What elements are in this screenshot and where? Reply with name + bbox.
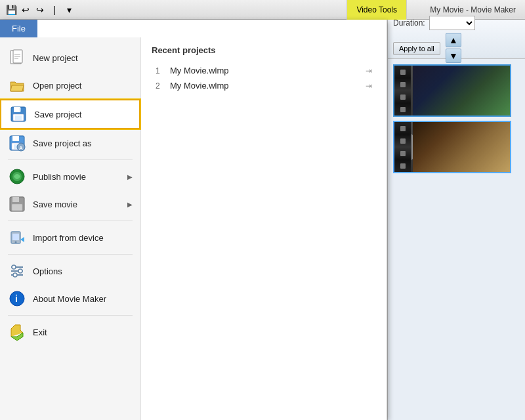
save-project-as-label: Save project as	[33, 138, 92, 148]
down-icon[interactable]: ▼	[446, 49, 461, 63]
svg-text:A: A	[19, 145, 23, 151]
film-hole	[400, 82, 406, 87]
menu-item-publish-movie[interactable]: Publish movie ▶	[0, 163, 140, 190]
recent-num-1: 1	[156, 66, 165, 75]
thumbnails-area	[388, 59, 525, 178]
svg-point-23	[15, 242, 17, 243]
separator-icon: |	[49, 4, 60, 16]
separator-1	[8, 159, 133, 160]
svg-rect-11	[12, 136, 19, 141]
thumb-content-1	[413, 66, 510, 116]
svg-rect-6	[14, 107, 20, 112]
recent-name-2: My Movie.wlmp	[170, 81, 360, 91]
svg-rect-7	[20, 108, 21, 112]
save-movie-label: Save movie	[33, 200, 77, 209]
svg-point-27	[18, 269, 22, 273]
video-tools-label: Video Tools	[356, 5, 397, 14]
publish-movie-label: Publish movie	[33, 172, 86, 182]
recent-name-1: My Movie.wlmp	[170, 66, 360, 75]
undo-icon[interactable]: ↩	[20, 4, 32, 16]
recent-project-item-1[interactable]: 1 My Movie.wlmp ⇥	[152, 63, 376, 78]
exit-icon	[8, 323, 26, 341]
right-panel: Duration: Apply to all ▲ ▼	[387, 20, 525, 420]
import-from-device-label: Import from device	[33, 233, 104, 243]
apply-to-all-button[interactable]: Apply to all	[393, 42, 440, 55]
duration-label: Duration:	[393, 18, 425, 28]
save-movie-icon	[8, 195, 26, 213]
about-label: About Movie Maker	[33, 294, 106, 304]
recent-projects-panel: Recent projects 1 My Movie.wlmp ⇥ 2 My M…	[141, 37, 387, 420]
thumbnail-item-2[interactable]	[393, 121, 511, 173]
menu-item-import-from-device[interactable]: Import from device	[0, 224, 140, 251]
duration-select[interactable]	[429, 16, 475, 30]
up-icon[interactable]: ▲	[446, 33, 461, 47]
new-project-icon	[8, 49, 26, 67]
svg-rect-19	[12, 197, 19, 202]
film-hole	[400, 70, 406, 75]
menu-item-save-project-as[interactable]: A Save project as	[0, 129, 140, 157]
menu-item-open-project[interactable]: Open project	[0, 72, 140, 99]
save-project-as-icon: A	[8, 134, 26, 152]
file-menu-overlay: File New project	[0, 20, 387, 420]
film-strip-2	[394, 122, 411, 172]
recent-projects-title: Recent projects	[152, 45, 376, 55]
separator-4	[8, 315, 133, 316]
publish-movie-arrow: ▶	[127, 173, 133, 180]
svg-rect-9	[15, 116, 22, 120]
film-hole	[400, 138, 406, 144]
save-toolbar-icon[interactable]: 💾	[5, 4, 17, 16]
menu-body: New project Open project	[0, 37, 387, 420]
about-icon: i	[8, 289, 26, 308]
separator-2	[8, 220, 133, 221]
thumb-image-2	[413, 122, 510, 172]
menu-item-options[interactable]: Options	[0, 257, 140, 285]
import-device-icon	[8, 228, 26, 247]
recent-pin-1: ⇥	[366, 66, 372, 75]
options-icon	[8, 262, 26, 280]
right-toolbar: Duration: Apply to all ▲ ▼	[388, 20, 525, 59]
new-project-label: New project	[33, 53, 78, 63]
svg-rect-22	[12, 234, 19, 240]
file-tab[interactable]: File	[0, 20, 37, 37]
menu-item-save-project[interactable]: Save project	[0, 99, 140, 129]
menu-item-save-movie[interactable]: Save movie ▶	[0, 190, 140, 218]
svg-rect-20	[12, 204, 22, 211]
menu-items-list: New project Open project	[0, 37, 141, 420]
thumb-image-1	[413, 66, 510, 116]
redo-icon[interactable]: ↪	[34, 4, 46, 16]
recent-pin-2: ⇥	[366, 81, 372, 91]
svg-point-25	[12, 265, 16, 269]
open-project-label: Open project	[33, 81, 81, 91]
recent-num-2: 2	[156, 81, 165, 91]
film-hole	[400, 107, 406, 112]
thumb-content-2	[413, 122, 510, 172]
menu-item-about[interactable]: i About Movie Maker	[0, 285, 140, 312]
menu-item-new-project[interactable]: New project	[0, 44, 140, 72]
toolbar-icons: 💾 ↩ ↪ | ▾	[0, 4, 80, 16]
svg-text:i: i	[15, 293, 18, 304]
film-hole	[400, 94, 406, 100]
film-strip-1	[394, 66, 411, 116]
recent-project-item-2[interactable]: 2 My Movie.wlmp ⇥	[152, 78, 376, 93]
save-project-icon	[9, 105, 28, 123]
separator-3	[8, 254, 133, 255]
save-project-label: Save project	[34, 110, 81, 119]
publish-movie-icon	[8, 167, 26, 186]
extra-icon[interactable]: ▾	[63, 4, 75, 16]
film-hole	[400, 163, 406, 169]
options-label: Options	[33, 266, 62, 276]
menu-item-exit[interactable]: Exit	[0, 318, 140, 346]
save-movie-arrow: ▶	[127, 201, 133, 208]
open-project-icon	[8, 76, 26, 94]
film-hole	[400, 126, 406, 131]
thumbnail-item-1[interactable]	[393, 64, 511, 117]
exit-label: Exit	[33, 327, 47, 337]
film-hole	[400, 151, 406, 156]
svg-point-29	[13, 273, 17, 277]
